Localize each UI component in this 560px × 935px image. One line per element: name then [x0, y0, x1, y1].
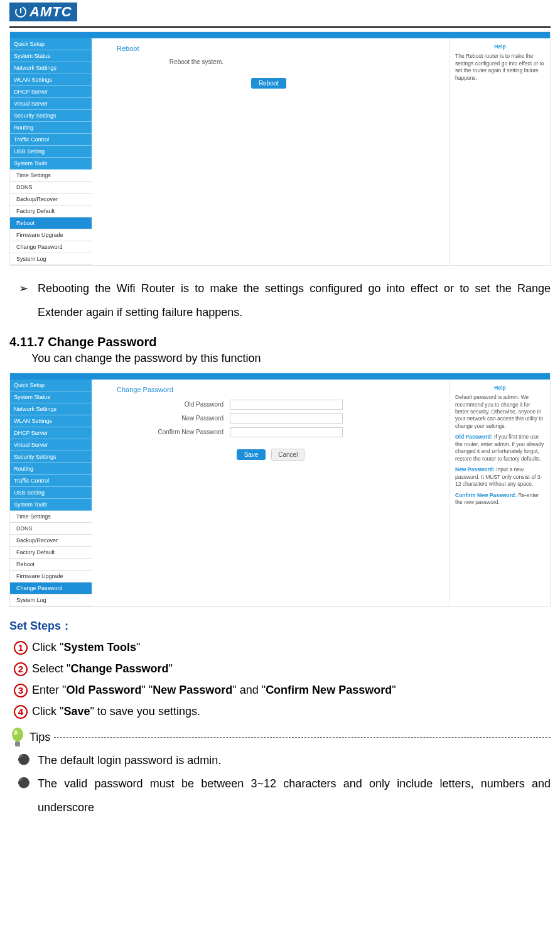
nav-item[interactable]: Traffic Control [10, 475, 92, 487]
brand-text: AMTC [30, 4, 72, 20]
subnav-item[interactable]: Factory Default [10, 205, 92, 217]
tips-label: Tips [30, 731, 50, 744]
help-new: New Password: Input a new password. It M… [455, 466, 545, 488]
bullet-icon: ⚫ [9, 772, 38, 794]
help-panel: Help Default password is admin. We recom… [450, 380, 550, 606]
nav-item[interactable]: Routing [10, 122, 92, 134]
circled-4-icon: 4 [14, 705, 28, 719]
dashed-line [54, 737, 551, 738]
note-reboot: ➢ Rebooting the Wifi Router is to make t… [9, 277, 551, 325]
main-panel: Reboot Reboot the system. Reboot [92, 38, 450, 265]
input-confirm-password[interactable] [230, 427, 343, 437]
subnav-item[interactable]: Factory Default [10, 547, 92, 559]
nav-item[interactable]: Routing [10, 463, 92, 475]
subnav-item[interactable]: Change Password [10, 241, 92, 253]
nav-item[interactable]: Quick Setup [10, 380, 92, 391]
nav-item[interactable]: USB Setting [10, 146, 92, 158]
brand-header: AMTC [9, 0, 551, 28]
bullet-icon: ⚫ [9, 749, 38, 770]
subnav-item[interactable]: Backup/Recover [10, 535, 92, 547]
cancel-button[interactable]: Cancel [271, 449, 304, 461]
tip-1: ⚫ The default login password is admin. [9, 749, 551, 773]
nav-item[interactable]: DHCP Server [10, 427, 92, 439]
help-intro: Default password is admin. We recommend … [455, 394, 545, 430]
help-title: Help [455, 385, 545, 391]
help-text: The Reboot router is to make the setting… [455, 53, 545, 82]
input-old-password[interactable] [230, 400, 343, 410]
help-old: Old Password: If you first time use the … [455, 434, 545, 462]
nav-item[interactable]: Virtual Server [10, 98, 92, 110]
step-1: 1 Click "System Tools" [9, 641, 551, 655]
brand-icon [14, 6, 27, 18]
panel-title: Reboot [117, 45, 424, 52]
tips-header: Tips [9, 726, 551, 749]
nav-item[interactable]: System Status [10, 391, 92, 403]
subnav-item[interactable]: Backup/Recover [10, 194, 92, 205]
subnav-item[interactable]: Time Settings [10, 170, 92, 182]
help-confirm: Confirm New Password: Re-enter the new p… [455, 492, 545, 506]
svg-point-3 [14, 730, 18, 735]
save-button[interactable]: Save [237, 449, 266, 460]
subnav-item[interactable]: DDNS [10, 182, 92, 194]
input-new-password[interactable] [230, 413, 343, 424]
note-text: Rebooting the Wifi Router is to make the… [38, 277, 551, 325]
sidebar: Quick Setup System Status Network Settin… [10, 38, 92, 265]
help-panel: Help The Reboot router is to make the se… [450, 38, 550, 265]
nav-item[interactable]: USB Setting [10, 487, 92, 499]
nav-item[interactable]: System Status [10, 50, 92, 62]
subnav-item-selected[interactable]: Change Password [10, 582, 92, 594]
label-new-password: New Password [117, 415, 230, 422]
subnav-item[interactable]: Reboot [10, 559, 92, 571]
nav-item[interactable]: WLAN Settings [10, 415, 92, 427]
label-confirm-password: Confirm New Password [117, 429, 230, 435]
nav-item[interactable]: Virtual Server [10, 439, 92, 451]
section-subtext: You can change the password by this func… [31, 352, 551, 365]
nav-item[interactable]: Security Settings [10, 110, 92, 122]
nav-item[interactable]: Security Settings [10, 451, 92, 463]
step-2: 2 Select "Change Password" [9, 662, 551, 676]
tip-2: ⚫ The valid password must be between 3~1… [9, 772, 551, 820]
subnav-item[interactable]: Firmware Upgrade [10, 571, 92, 582]
sidebar: Quick Setup System Status Network Settin… [10, 380, 92, 606]
circled-3-icon: 3 [14, 684, 28, 697]
screenshot-reboot: Quick Setup System Status Network Settin… [9, 31, 551, 266]
arrow-icon: ➢ [9, 277, 38, 301]
label-old-password: Old Password [117, 401, 230, 408]
svg-point-1 [12, 728, 23, 741]
help-title: Help [455, 43, 545, 50]
subnav-item[interactable]: System Log [10, 594, 92, 606]
nav-item[interactable]: System Tools [10, 158, 92, 170]
nav-item[interactable]: DHCP Server [10, 86, 92, 98]
nav-item[interactable]: Network Settings [10, 62, 92, 74]
panel-title: Change Password [117, 386, 424, 393]
brand-logo: AMTC [9, 3, 77, 21]
main-panel: Change Password Old Password New Passwor… [92, 380, 450, 606]
set-steps-heading: Set Steps： [9, 618, 551, 633]
subnav-item[interactable]: System Log [10, 253, 92, 265]
subnav-item[interactable]: DDNS [10, 523, 92, 535]
svg-rect-2 [15, 741, 20, 746]
subnav-item[interactable]: Firmware Upgrade [10, 229, 92, 241]
step-4: 4 Click "Save" to save you settings. [9, 705, 551, 719]
nav-item[interactable]: Quick Setup [10, 38, 92, 50]
screenshot-change-password: Quick Setup System Status Network Settin… [9, 373, 551, 607]
step-3: 3 Enter "Old Password" "New Password" an… [9, 684, 551, 697]
reboot-button[interactable]: Reboot [251, 78, 286, 89]
nav-item[interactable]: System Tools [10, 499, 92, 511]
nav-item[interactable]: Network Settings [10, 403, 92, 415]
circled-2-icon: 2 [14, 662, 28, 676]
lightbulb-icon [9, 726, 26, 749]
nav-item[interactable]: Traffic Control [10, 134, 92, 146]
subnav-item-selected[interactable]: Reboot [10, 217, 92, 229]
reboot-desc: Reboot the system. [117, 58, 230, 65]
nav-item[interactable]: WLAN Settings [10, 74, 92, 86]
circled-1-icon: 1 [14, 641, 28, 655]
subnav-item[interactable]: Time Settings [10, 511, 92, 523]
section-heading: 4.11.7 Change Password [9, 335, 551, 349]
